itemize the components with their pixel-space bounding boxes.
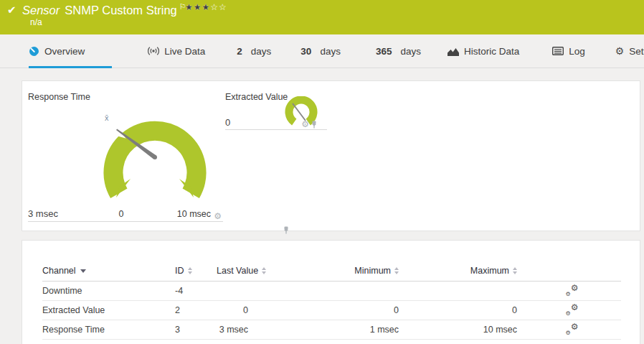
sensor-title-line: SensorSNMP Custom String⚐ xyxy=(22,2,186,17)
log-icon xyxy=(552,47,564,55)
tab-bar: Overview Live Data 2 days 30 days 365 da… xyxy=(0,34,644,68)
tab-label: days xyxy=(320,46,341,57)
channel-name: Downtime xyxy=(42,281,175,300)
channel-id: 3 xyxy=(175,320,217,339)
gauge-scale-min: 0 xyxy=(108,209,134,219)
column-label: Maximum xyxy=(470,266,509,276)
channel-name: Response Time xyxy=(42,320,175,339)
priority-stars[interactable]: ★★★☆☆ xyxy=(185,2,227,12)
tab-number: 365 xyxy=(376,46,392,57)
tab-number: 30 xyxy=(300,46,311,57)
channel-maximum: 0 xyxy=(404,300,523,320)
tab-label: days xyxy=(400,46,421,57)
channel-minimum xyxy=(268,281,404,300)
table-row: Downtime -4 ⚙⚙ xyxy=(42,281,621,300)
channel-last-value xyxy=(217,281,268,300)
tab-365-days[interactable]: 365 days xyxy=(376,34,421,68)
table-header-row: Channel ID Last Value Minimum Maximum xyxy=(42,261,621,281)
channel-maximum xyxy=(404,281,523,300)
extracted-value-gauge-block: Extracted Value 0 ⚙ xyxy=(225,88,327,130)
channel-name: Extracted Value xyxy=(42,300,175,320)
gauge-icon xyxy=(29,46,39,57)
sort-icon xyxy=(394,267,399,274)
sort-icon xyxy=(188,267,192,274)
tab-label: days xyxy=(251,46,272,57)
column-header-id[interactable]: ID xyxy=(175,261,217,281)
tab-label: Settings xyxy=(629,46,644,57)
response-time-gauge-block: Response Time x̄ 0 10 msec 3 msec ⚙ xyxy=(28,88,223,222)
tab-30-days[interactable]: 30 days xyxy=(300,34,341,68)
area-chart-icon xyxy=(448,47,459,56)
sort-icon xyxy=(262,267,266,274)
gauge-current-value: 0 xyxy=(225,117,230,128)
response-time-gauge: x̄ xyxy=(98,103,212,210)
tab-2-days[interactable]: 2 days xyxy=(237,34,271,68)
sensor-header: ✔ SensorSNMP Custom String⚐ ★★★☆☆ n/a xyxy=(0,0,644,34)
average-marker: x̄ xyxy=(105,113,109,122)
channel-minimum: 0 xyxy=(268,300,404,320)
tab-overview[interactable]: Overview xyxy=(29,34,112,68)
sort-desc-icon xyxy=(80,269,86,273)
stars-filled[interactable]: ★★★ xyxy=(185,2,210,12)
channel-table-panel: Channel ID Last Value Minimum Maximum xyxy=(22,240,640,344)
tab-label: Overview xyxy=(44,46,85,57)
column-label: Minimum xyxy=(354,266,391,276)
tab-historic-data[interactable]: Historic Data xyxy=(448,34,519,68)
gauge-title: Response Time xyxy=(28,92,90,102)
page-title: SNMP Custom String xyxy=(65,4,177,17)
channel-minimum: 1 msec xyxy=(268,320,404,339)
sensor-status: n/a xyxy=(30,17,42,27)
channel-settings-gears-icon[interactable]: ⚙⚙ xyxy=(566,284,579,295)
column-label: Channel xyxy=(42,266,76,276)
tab-label: Log xyxy=(569,46,585,57)
gauge-scale-max: 10 msec xyxy=(171,209,211,219)
stars-empty[interactable]: ☆☆ xyxy=(210,2,227,12)
column-header-last-value[interactable]: Last Value xyxy=(217,261,268,281)
column-header-actions xyxy=(523,261,621,281)
pin-icon[interactable] xyxy=(311,121,317,129)
channel-maximum: 10 msec xyxy=(404,320,523,339)
gauges-panel: Response Time x̄ 0 10 msec 3 msec ⚙ Extr… xyxy=(22,80,640,231)
channel-last-value: 3 msec xyxy=(217,320,268,339)
column-label: Last Value xyxy=(217,266,258,276)
gear-icon: ⚙ xyxy=(615,45,625,57)
channel-id: 2 xyxy=(175,300,217,320)
status-check-icon: ✔ xyxy=(7,4,16,17)
pin-icon[interactable] xyxy=(283,226,289,234)
tab-live-data[interactable]: Live Data xyxy=(148,34,205,68)
broadcast-icon xyxy=(148,46,159,56)
gauge-current-value: 3 msec xyxy=(28,208,58,219)
tab-label: Historic Data xyxy=(464,46,519,57)
tab-label: Live Data xyxy=(164,46,205,57)
sort-icon xyxy=(513,267,517,274)
tab-number: 2 xyxy=(237,46,242,57)
table-row: Extracted Value 2 0 0 0 ⚙⚙ xyxy=(42,300,621,320)
channel-last-value: 0 xyxy=(217,300,268,320)
column-header-channel[interactable]: Channel xyxy=(42,261,175,281)
channel-settings-gears-icon[interactable]: ⚙⚙ xyxy=(566,323,579,334)
tab-log[interactable]: Log xyxy=(552,34,585,68)
channel-settings-gears-icon[interactable]: ⚙⚙ xyxy=(566,304,579,315)
sensor-type-label: Sensor xyxy=(22,4,60,17)
column-header-minimum[interactable]: Minimum xyxy=(268,261,404,281)
tab-settings[interactable]: ⚙ Settings xyxy=(615,34,644,68)
channel-table: Channel ID Last Value Minimum Maximum xyxy=(42,261,621,340)
gauge-settings-gear-icon[interactable]: ⚙ xyxy=(301,120,309,129)
channel-id: -4 xyxy=(175,281,217,300)
column-label: ID xyxy=(175,266,184,276)
gauge-title: Extracted Value xyxy=(225,92,288,102)
gauge-settings-gear-icon[interactable]: ⚙ xyxy=(214,212,222,220)
column-header-maximum[interactable]: Maximum xyxy=(404,261,523,281)
table-row: Response Time 3 3 msec 1 msec 10 msec ⚙⚙ xyxy=(42,320,621,339)
